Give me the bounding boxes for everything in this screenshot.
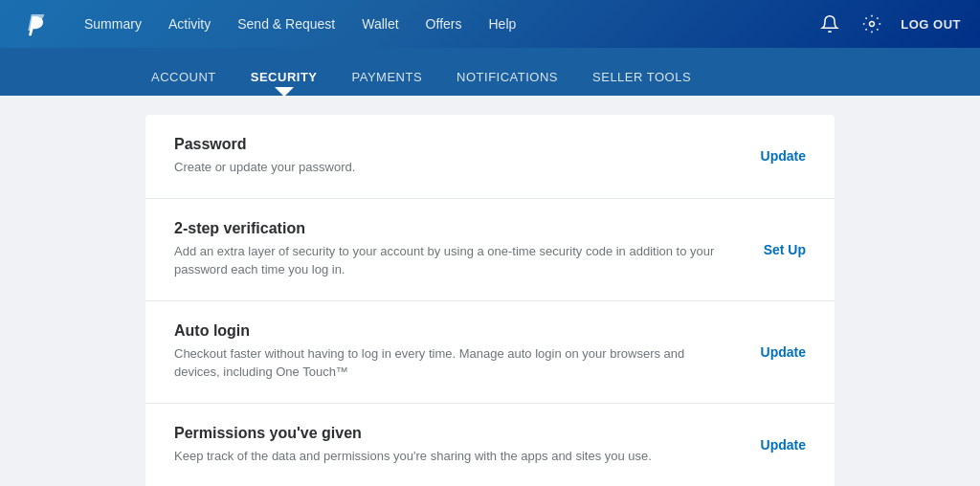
auto-login-action: Update (761, 343, 806, 361)
permissions-action: Update (761, 436, 806, 453)
password-action: Update (761, 147, 806, 165)
settings-icon[interactable] (858, 11, 885, 37)
two-step-row: 2-step verification Add an extra layer o… (145, 199, 835, 301)
sub-nav-links: ACCOUNT SECURITY PAYMENTS NOTIFICATIONS … (134, 58, 708, 96)
auto-login-desc: Checkout faster without having to log in… (174, 344, 729, 382)
content-area: Password Create or update your password.… (0, 96, 980, 486)
password-content: Password Create or update your password. (174, 136, 761, 177)
auto-login-title: Auto login (174, 322, 742, 340)
two-step-title: 2-step verification (174, 220, 745, 237)
sub-nav: ACCOUNT SECURITY PAYMENTS NOTIFICATIONS … (0, 48, 980, 96)
nav-send-request[interactable]: Send & Request (226, 11, 346, 37)
permissions-update-link[interactable]: Update (761, 437, 806, 453)
auto-login-update-link[interactable]: Update (761, 344, 806, 360)
permissions-desc: Keep track of the data and permissions y… (174, 447, 729, 466)
nav-activity[interactable]: Activity (157, 11, 222, 37)
two-step-action: Set Up (764, 241, 806, 258)
nav-summary[interactable]: Summary (73, 11, 153, 37)
nav-offers[interactable]: Offers (414, 11, 474, 37)
svg-point-0 (870, 22, 875, 27)
top-nav-right: LOG OUT (816, 11, 961, 37)
auto-login-content: Auto login Checkout faster without havin… (174, 322, 761, 382)
subnav-seller-tools[interactable]: SELLER TOOLS (575, 58, 708, 96)
password-update-link[interactable]: Update (761, 148, 806, 164)
permissions-content: Permissions you've given Keep track of t… (174, 425, 761, 466)
notifications-icon[interactable] (816, 11, 843, 37)
nav-help[interactable]: Help (477, 11, 527, 37)
subnav-account[interactable]: ACCOUNT (134, 58, 234, 96)
nav-wallet[interactable]: Wallet (350, 11, 410, 37)
paypal-logo (19, 7, 54, 41)
auto-login-row: Auto login Checkout faster without havin… (145, 301, 835, 404)
two-step-content: 2-step verification Add an extra layer o… (174, 220, 764, 279)
top-nav: Summary Activity Send & Request Wallet O… (0, 0, 980, 48)
password-title: Password (174, 136, 742, 153)
permissions-title: Permissions you've given (174, 425, 742, 442)
subnav-payments[interactable]: PAYMENTS (335, 58, 440, 96)
security-settings-card: Password Create or update your password.… (145, 115, 835, 486)
subnav-notifications[interactable]: NOTIFICATIONS (439, 58, 575, 96)
top-nav-left: Summary Activity Send & Request Wallet O… (19, 7, 816, 41)
logout-button[interactable]: LOG OUT (901, 17, 961, 32)
two-step-setup-link[interactable]: Set Up (764, 242, 806, 257)
password-desc: Create or update your password. (174, 158, 729, 177)
permissions-row: Permissions you've given Keep track of t… (145, 404, 835, 487)
two-step-desc: Add an extra layer of security to your a… (174, 242, 729, 279)
password-row: Password Create or update your password.… (145, 115, 835, 199)
subnav-security[interactable]: SECURITY (234, 58, 335, 96)
nav-links: Summary Activity Send & Request Wallet O… (73, 11, 527, 37)
